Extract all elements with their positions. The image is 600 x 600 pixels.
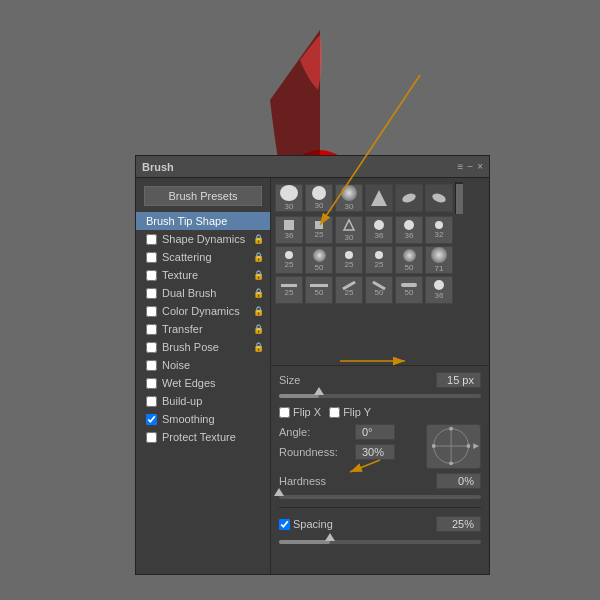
sidebar-item-label: Smoothing (162, 413, 215, 425)
svg-point-19 (432, 444, 436, 448)
lock-icon: 🔒 (253, 234, 264, 244)
brush-cell[interactable]: 50 (365, 276, 393, 304)
hardness-row: Hardness 0% (279, 473, 481, 489)
brush-cell[interactable]: 25 (335, 246, 363, 274)
sidebar-item-label: Color Dynamics (162, 305, 240, 317)
svg-point-14 (431, 192, 447, 204)
hardness-slider-track[interactable] (279, 495, 481, 499)
brush-cell[interactable]: 25 (365, 246, 393, 274)
angle-row: Angle: 0° (279, 424, 422, 440)
sidebar-item-dual-brush[interactable]: Dual Brush 🔒 (136, 284, 270, 302)
svg-point-20 (467, 444, 471, 448)
size-slider-track[interactable] (279, 394, 481, 398)
brush-row: 30 30 30 (275, 182, 485, 214)
angle-fields: Angle: 0° Roundness: 30% (279, 424, 422, 460)
roundness-value[interactable]: 30% (355, 444, 395, 460)
brush-cell[interactable]: 25 (305, 216, 333, 244)
sidebar-item-label: Build-up (162, 395, 202, 407)
brush-cell[interactable]: 30 (305, 184, 333, 212)
sidebar-item-label: Texture (162, 269, 198, 281)
flip-y-label[interactable]: Flip Y (329, 406, 371, 418)
size-row: Size 15 px (279, 372, 481, 388)
spacing-label[interactable]: Spacing (279, 518, 333, 530)
brush-cell[interactable]: 36 (425, 276, 453, 304)
brush-pose-checkbox[interactable] (146, 342, 157, 353)
angle-preview (426, 424, 481, 469)
brush-cell[interactable]: 71 (425, 246, 453, 274)
content-area: 30 30 30 (271, 178, 489, 574)
brush-cell[interactable]: 25 (275, 276, 303, 304)
sidebar-item-noise[interactable]: Noise (136, 356, 270, 374)
sidebar-item-label: Transfer (162, 323, 203, 335)
lock-icon: 🔒 (253, 270, 264, 280)
brush-cell[interactable]: 30 (335, 216, 363, 244)
sidebar-item-color-dynamics[interactable]: Color Dynamics 🔒 (136, 302, 270, 320)
brush-cell[interactable]: 50 (305, 246, 333, 274)
brush-cell[interactable]: 30 (335, 184, 363, 212)
panel-title: Brush (142, 161, 174, 173)
spacing-slider-track[interactable] (279, 540, 481, 544)
brush-cell[interactable]: 32 (425, 216, 453, 244)
flip-x-text: Flip X (293, 406, 321, 418)
brush-cell[interactable]: 30 (275, 184, 303, 212)
brush-cell[interactable]: 25 (275, 246, 303, 274)
spacing-value[interactable]: 25% (436, 516, 481, 532)
size-value[interactable]: 15 px (436, 372, 481, 388)
smoothing-checkbox[interactable] (146, 414, 157, 425)
divider2 (279, 507, 481, 508)
brush-cell[interactable] (425, 184, 453, 212)
brush-cell[interactable] (395, 184, 423, 212)
angle-label: Angle: (279, 426, 349, 438)
protect-texture-checkbox[interactable] (146, 432, 157, 443)
svg-point-21 (449, 427, 453, 431)
roundness-row: Roundness: 30% (279, 444, 422, 460)
lock-icon: 🔒 (253, 342, 264, 352)
sidebar-item-wet-edges[interactable]: Wet Edges (136, 374, 270, 392)
sidebar-item-transfer[interactable]: Transfer 🔒 (136, 320, 270, 338)
panel-menu-btn[interactable]: ≡ (457, 161, 463, 172)
brush-cell[interactable]: 36 (395, 216, 423, 244)
sidebar-item-brush-tip-shape[interactable]: Brush Tip Shape (136, 212, 270, 230)
sidebar-item-label: Noise (162, 359, 190, 371)
transfer-checkbox[interactable] (146, 324, 157, 335)
brush-cell[interactable]: 50 (395, 246, 423, 274)
sidebar-item-texture[interactable]: Texture 🔒 (136, 266, 270, 284)
flip-x-checkbox[interactable] (279, 407, 290, 418)
brush-cell[interactable]: 50 (395, 276, 423, 304)
angle-section: Angle: 0° Roundness: 30% (279, 424, 481, 469)
svg-marker-15 (344, 220, 354, 230)
build-up-checkbox[interactable] (146, 396, 157, 407)
brush-cell[interactable] (365, 184, 393, 212)
shape-dynamics-checkbox[interactable] (146, 234, 157, 245)
lock-icon: 🔒 (253, 324, 264, 334)
texture-checkbox[interactable] (146, 270, 157, 281)
noise-checkbox[interactable] (146, 360, 157, 371)
flip-x-label[interactable]: Flip X (279, 406, 321, 418)
brush-cell[interactable]: 36 (275, 216, 303, 244)
color-dynamics-checkbox[interactable] (146, 306, 157, 317)
panel-close-btn[interactable]: × (477, 161, 483, 172)
flip-y-checkbox[interactable] (329, 407, 340, 418)
sidebar-item-label: Protect Texture (162, 431, 236, 443)
svg-point-22 (449, 461, 453, 465)
sidebar-item-shape-dynamics[interactable]: Shape Dynamics 🔒 (136, 230, 270, 248)
spacing-checkbox[interactable] (279, 519, 290, 530)
dual-brush-checkbox[interactable] (146, 288, 157, 299)
angle-value[interactable]: 0° (355, 424, 395, 440)
brush-cell[interactable]: 36 (365, 216, 393, 244)
hardness-value[interactable]: 0% (436, 473, 481, 489)
panel-controls: ≡ − × (457, 161, 483, 172)
sidebar-item-smoothing[interactable]: Smoothing (136, 410, 270, 428)
sidebar-item-scattering[interactable]: Scattering 🔒 (136, 248, 270, 266)
brush-cell[interactable]: 25 (335, 276, 363, 304)
sidebar-item-brush-pose[interactable]: Brush Pose 🔒 (136, 338, 270, 356)
sidebar-item-build-up[interactable]: Build-up (136, 392, 270, 410)
sidebar-item-protect-texture[interactable]: Protect Texture (136, 428, 270, 446)
brush-cell[interactable]: 50 (305, 276, 333, 304)
scattering-checkbox[interactable] (146, 252, 157, 263)
controls-area: Size 15 px Flip X F (271, 368, 489, 550)
panel-minimize-btn[interactable]: − (467, 161, 473, 172)
sidebar-item-label: Scattering (162, 251, 212, 263)
wet-edges-checkbox[interactable] (146, 378, 157, 389)
brush-presets-button[interactable]: Brush Presets (144, 186, 262, 206)
